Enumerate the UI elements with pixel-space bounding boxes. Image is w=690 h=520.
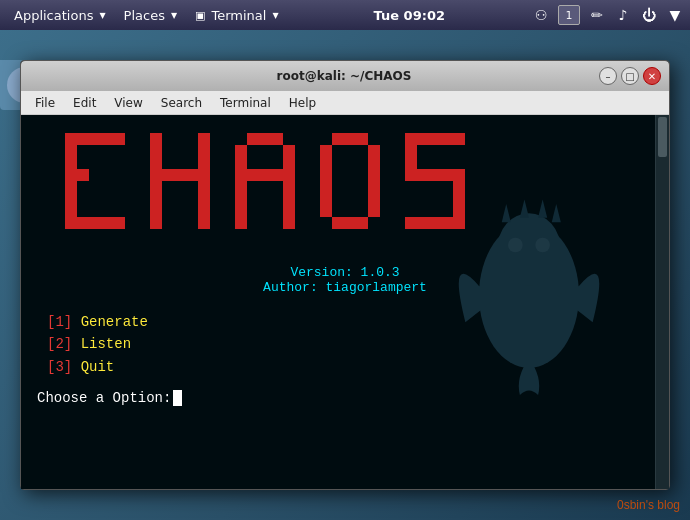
svg-rect-73: [368, 169, 380, 181]
terminal-menu[interactable]: ▣ Terminal ▼: [187, 5, 287, 26]
terminal-chevron: ▼: [272, 11, 278, 20]
minimize-button[interactable]: –: [599, 67, 617, 85]
option-3-text: Quit: [81, 359, 115, 375]
svg-rect-54: [259, 169, 271, 181]
svg-rect-55: [271, 169, 283, 181]
menu-edit[interactable]: Edit: [65, 94, 104, 112]
close-button[interactable]: ✕: [643, 67, 661, 85]
svg-rect-94: [453, 169, 465, 181]
svg-rect-49: [283, 145, 295, 157]
svg-rect-10: [89, 133, 101, 145]
scrollbar-thumb[interactable]: [658, 117, 667, 157]
svg-rect-64: [283, 217, 295, 229]
menu-file[interactable]: File: [27, 94, 63, 112]
maximize-button[interactable]: □: [621, 67, 639, 85]
svg-rect-85: [429, 133, 441, 145]
svg-rect-30: [150, 181, 162, 193]
svg-rect-59: [235, 193, 247, 205]
svg-rect-35: [198, 145, 210, 157]
svg-rect-27: [150, 145, 162, 157]
terminal-icon: ▣: [195, 9, 205, 22]
svg-rect-56: [283, 169, 295, 181]
svg-rect-77: [368, 193, 380, 205]
svg-rect-41: [198, 217, 210, 229]
svg-rect-34: [198, 133, 210, 145]
taskbar: Applications ▼ Places ▼ ▣ Terminal ▼ Tue…: [0, 0, 690, 30]
svg-rect-53: [247, 169, 259, 181]
svg-rect-36: [198, 157, 210, 169]
workspace-button[interactable]: 1: [558, 5, 580, 25]
power-icon[interactable]: ⏻: [640, 6, 658, 24]
svg-marker-5: [520, 200, 529, 218]
svg-rect-20: [77, 217, 89, 229]
scrollbar[interactable]: [655, 115, 669, 489]
svg-marker-4: [502, 204, 511, 222]
svg-rect-39: [198, 193, 210, 205]
svg-rect-52: [235, 169, 247, 181]
svg-rect-23: [113, 217, 125, 229]
svg-rect-11: [101, 133, 113, 145]
svg-rect-45: [247, 133, 259, 145]
svg-rect-70: [320, 157, 332, 169]
svg-rect-38: [198, 181, 210, 193]
svg-rect-43: [174, 169, 186, 181]
menu-view[interactable]: View: [106, 94, 150, 112]
menu-bar: File Edit View Search Terminal Help: [21, 91, 669, 115]
svg-rect-83: [405, 133, 417, 145]
svg-rect-16: [65, 181, 77, 193]
svg-rect-22: [101, 217, 113, 229]
svg-rect-18: [65, 205, 77, 217]
svg-rect-72: [320, 169, 332, 181]
title-bar: root@kali: ~/CHAOS – □ ✕: [21, 61, 669, 91]
svg-rect-69: [368, 145, 380, 157]
svg-rect-75: [368, 181, 380, 193]
clock: Tue 09:02: [374, 8, 445, 23]
svg-rect-63: [235, 217, 247, 229]
svg-rect-60: [283, 193, 295, 205]
svg-rect-31: [150, 193, 162, 205]
svg-rect-19: [65, 217, 77, 229]
svg-rect-13: [65, 145, 77, 157]
svg-marker-6: [538, 200, 547, 218]
svg-rect-68: [320, 145, 332, 157]
svg-rect-84: [417, 133, 429, 145]
taskbar-right: ⚇ 1 ✏ ♪ ⏻ ▼: [532, 5, 684, 25]
people-icon[interactable]: ⚇: [532, 6, 550, 24]
option-1-text: Generate: [81, 314, 148, 330]
svg-rect-37: [198, 169, 210, 181]
menu-help[interactable]: Help: [281, 94, 324, 112]
svg-rect-93: [441, 169, 453, 181]
places-menu[interactable]: Places ▼: [116, 5, 186, 26]
svg-rect-48: [235, 145, 247, 157]
cursor: [173, 390, 182, 406]
svg-rect-61: [235, 205, 247, 217]
svg-rect-79: [368, 205, 380, 217]
svg-rect-82: [356, 217, 368, 229]
svg-rect-76: [320, 193, 332, 205]
title-buttons: – □ ✕: [599, 67, 661, 85]
svg-rect-66: [344, 133, 356, 145]
svg-rect-88: [405, 145, 417, 157]
edit-icon[interactable]: ✏: [588, 6, 606, 24]
volume-icon[interactable]: ♪: [614, 6, 632, 24]
menu-search[interactable]: Search: [153, 94, 210, 112]
svg-rect-32: [150, 205, 162, 217]
terminal-content: Version: 1.0.3 Author: tiagorlampert [1]…: [21, 115, 669, 489]
svg-rect-8: [65, 133, 77, 145]
svg-rect-89: [405, 157, 417, 169]
svg-rect-78: [320, 205, 332, 217]
svg-rect-86: [441, 133, 453, 145]
option-2-text: Listen: [81, 336, 131, 352]
svg-rect-14: [65, 157, 77, 169]
svg-rect-58: [283, 181, 295, 193]
svg-point-3: [535, 238, 550, 253]
watermark: 0sbin's blog: [617, 498, 680, 512]
svg-rect-47: [271, 133, 283, 145]
svg-rect-12: [113, 133, 125, 145]
places-chevron: ▼: [171, 11, 177, 20]
applications-menu[interactable]: Applications ▼: [6, 5, 114, 26]
power-chevron[interactable]: ▼: [666, 6, 684, 24]
desktop: root@kali: ~/CHAOS – □ ✕ File Edit View …: [0, 30, 690, 520]
terminal-window: root@kali: ~/CHAOS – □ ✕ File Edit View …: [20, 60, 670, 490]
menu-terminal[interactable]: Terminal: [212, 94, 279, 112]
